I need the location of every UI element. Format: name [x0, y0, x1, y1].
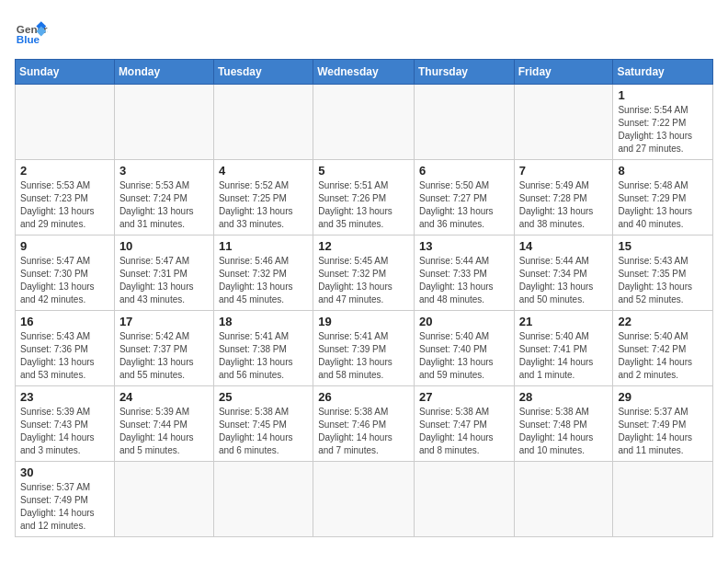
day-info: Sunrise: 5:41 AMSunset: 7:39 PMDaylight:… — [318, 330, 409, 382]
weekday-header-wednesday: Wednesday — [313, 60, 415, 85]
week-row-2: 9Sunrise: 5:47 AMSunset: 7:30 PMDaylight… — [16, 236, 713, 311]
day-cell — [414, 85, 514, 160]
day-cell: 13Sunrise: 5:44 AMSunset: 7:33 PMDayligh… — [414, 236, 514, 311]
day-info: Sunrise: 5:47 AMSunset: 7:31 PMDaylight:… — [119, 255, 209, 306]
day-info: Sunrise: 5:39 AMSunset: 7:43 PMDaylight:… — [20, 406, 109, 457]
svg-text:Blue: Blue — [17, 33, 40, 45]
day-info: Sunrise: 5:50 AMSunset: 7:27 PMDaylight:… — [419, 179, 509, 231]
day-number: 2 — [20, 164, 109, 178]
day-info: Sunrise: 5:40 AMSunset: 7:40 PMDaylight:… — [419, 330, 509, 382]
day-cell — [16, 85, 115, 160]
header: General Blue — [15, 15, 713, 48]
day-cell: 22Sunrise: 5:40 AMSunset: 7:42 PMDayligh… — [613, 311, 713, 386]
day-cell: 21Sunrise: 5:40 AMSunset: 7:41 PMDayligh… — [514, 311, 613, 386]
day-cell: 26Sunrise: 5:38 AMSunset: 7:46 PMDayligh… — [313, 386, 415, 462]
day-cell: 7Sunrise: 5:49 AMSunset: 7:28 PMDaylight… — [514, 160, 613, 236]
weekday-header-sunday: Sunday — [16, 60, 115, 85]
day-info: Sunrise: 5:48 AMSunset: 7:29 PMDaylight:… — [618, 179, 708, 231]
day-info: Sunrise: 5:51 AMSunset: 7:26 PMDaylight:… — [318, 179, 409, 231]
weekday-header-monday: Monday — [114, 60, 213, 85]
day-cell: 18Sunrise: 5:41 AMSunset: 7:38 PMDayligh… — [213, 311, 313, 386]
day-cell — [613, 462, 713, 537]
day-cell: 8Sunrise: 5:48 AMSunset: 7:29 PMDaylight… — [613, 160, 713, 236]
day-cell: 20Sunrise: 5:40 AMSunset: 7:40 PMDayligh… — [414, 311, 514, 386]
day-info: Sunrise: 5:38 AMSunset: 7:45 PMDaylight:… — [219, 406, 308, 457]
day-number: 10 — [119, 239, 209, 253]
day-cell: 16Sunrise: 5:43 AMSunset: 7:36 PMDayligh… — [16, 311, 115, 386]
day-number: 28 — [519, 390, 609, 404]
day-info: Sunrise: 5:38 AMSunset: 7:48 PMDaylight:… — [519, 406, 609, 457]
day-info: Sunrise: 5:54 AMSunset: 7:22 PMDaylight:… — [618, 104, 708, 155]
day-number: 11 — [219, 239, 308, 253]
weekday-header-tuesday: Tuesday — [213, 60, 313, 85]
day-number: 9 — [20, 239, 109, 253]
day-cell: 25Sunrise: 5:38 AMSunset: 7:45 PMDayligh… — [213, 386, 313, 462]
day-number: 19 — [318, 315, 409, 328]
day-number: 18 — [219, 315, 308, 328]
day-number: 15 — [618, 239, 708, 253]
day-number: 22 — [618, 315, 708, 328]
day-number: 12 — [318, 239, 409, 253]
day-info: Sunrise: 5:43 AMSunset: 7:36 PMDaylight:… — [20, 330, 109, 382]
day-info: Sunrise: 5:44 AMSunset: 7:34 PMDaylight:… — [519, 255, 609, 306]
day-info: Sunrise: 5:38 AMSunset: 7:47 PMDaylight:… — [419, 406, 509, 457]
day-cell — [514, 85, 613, 160]
day-info: Sunrise: 5:45 AMSunset: 7:32 PMDaylight:… — [318, 255, 409, 306]
day-cell: 4Sunrise: 5:52 AMSunset: 7:25 PMDaylight… — [213, 160, 313, 236]
day-info: Sunrise: 5:38 AMSunset: 7:46 PMDaylight:… — [318, 406, 409, 457]
day-info: Sunrise: 5:37 AMSunset: 7:49 PMDaylight:… — [20, 481, 109, 533]
day-info: Sunrise: 5:52 AMSunset: 7:25 PMDaylight:… — [219, 179, 308, 231]
day-info: Sunrise: 5:41 AMSunset: 7:38 PMDaylight:… — [219, 330, 308, 382]
day-cell: 12Sunrise: 5:45 AMSunset: 7:32 PMDayligh… — [313, 236, 415, 311]
calendar-container: General Blue SundayMondayTuesdayWednesda… — [0, 0, 728, 563]
day-cell — [514, 462, 613, 537]
day-number: 1 — [618, 88, 708, 102]
day-cell: 24Sunrise: 5:39 AMSunset: 7:44 PMDayligh… — [114, 386, 213, 462]
day-number: 13 — [419, 239, 509, 253]
day-cell: 9Sunrise: 5:47 AMSunset: 7:30 PMDaylight… — [16, 236, 115, 311]
day-number: 26 — [318, 390, 409, 404]
day-info: Sunrise: 5:40 AMSunset: 7:41 PMDaylight:… — [519, 330, 609, 382]
weekday-header-friday: Friday — [514, 60, 613, 85]
day-info: Sunrise: 5:43 AMSunset: 7:35 PMDaylight:… — [618, 255, 708, 306]
week-row-1: 2Sunrise: 5:53 AMSunset: 7:23 PMDaylight… — [16, 160, 713, 236]
weekday-header-row: SundayMondayTuesdayWednesdayThursdayFrid… — [16, 60, 713, 85]
day-cell — [414, 462, 514, 537]
day-number: 7 — [519, 164, 609, 178]
day-cell — [114, 85, 213, 160]
day-number: 6 — [419, 164, 509, 178]
day-info: Sunrise: 5:37 AMSunset: 7:49 PMDaylight:… — [618, 406, 708, 457]
day-info: Sunrise: 5:53 AMSunset: 7:23 PMDaylight:… — [20, 179, 109, 231]
day-info: Sunrise: 5:44 AMSunset: 7:33 PMDaylight:… — [419, 255, 509, 306]
day-number: 29 — [618, 390, 708, 404]
day-cell: 10Sunrise: 5:47 AMSunset: 7:31 PMDayligh… — [114, 236, 213, 311]
day-info: Sunrise: 5:47 AMSunset: 7:30 PMDaylight:… — [20, 255, 109, 306]
day-number: 8 — [618, 164, 708, 178]
day-cell: 6Sunrise: 5:50 AMSunset: 7:27 PMDaylight… — [414, 160, 514, 236]
week-row-5: 30Sunrise: 5:37 AMSunset: 7:49 PMDayligh… — [16, 462, 713, 537]
day-info: Sunrise: 5:53 AMSunset: 7:24 PMDaylight:… — [119, 179, 209, 231]
calendar-table: SundayMondayTuesdayWednesdayThursdayFrid… — [15, 59, 713, 537]
day-number: 24 — [119, 390, 209, 404]
day-cell: 5Sunrise: 5:51 AMSunset: 7:26 PMDaylight… — [313, 160, 415, 236]
day-cell: 27Sunrise: 5:38 AMSunset: 7:47 PMDayligh… — [414, 386, 514, 462]
day-cell: 14Sunrise: 5:44 AMSunset: 7:34 PMDayligh… — [514, 236, 613, 311]
day-cell: 23Sunrise: 5:39 AMSunset: 7:43 PMDayligh… — [16, 386, 115, 462]
day-number: 4 — [219, 164, 308, 178]
day-number: 30 — [20, 465, 109, 479]
day-cell: 17Sunrise: 5:42 AMSunset: 7:37 PMDayligh… — [114, 311, 213, 386]
day-info: Sunrise: 5:39 AMSunset: 7:44 PMDaylight:… — [119, 406, 209, 457]
logo-icon: General Blue — [15, 15, 48, 48]
week-row-0: 1Sunrise: 5:54 AMSunset: 7:22 PMDaylight… — [16, 85, 713, 160]
day-info: Sunrise: 5:42 AMSunset: 7:37 PMDaylight:… — [119, 330, 209, 382]
day-cell — [313, 85, 415, 160]
day-cell: 2Sunrise: 5:53 AMSunset: 7:23 PMDaylight… — [16, 160, 115, 236]
logo: General Blue — [15, 15, 48, 48]
day-info: Sunrise: 5:49 AMSunset: 7:28 PMDaylight:… — [519, 179, 609, 231]
day-number: 23 — [20, 390, 109, 404]
day-number: 16 — [20, 315, 109, 328]
weekday-header-thursday: Thursday — [414, 60, 514, 85]
day-cell — [213, 85, 313, 160]
day-cell: 29Sunrise: 5:37 AMSunset: 7:49 PMDayligh… — [613, 386, 713, 462]
day-number: 3 — [119, 164, 209, 178]
